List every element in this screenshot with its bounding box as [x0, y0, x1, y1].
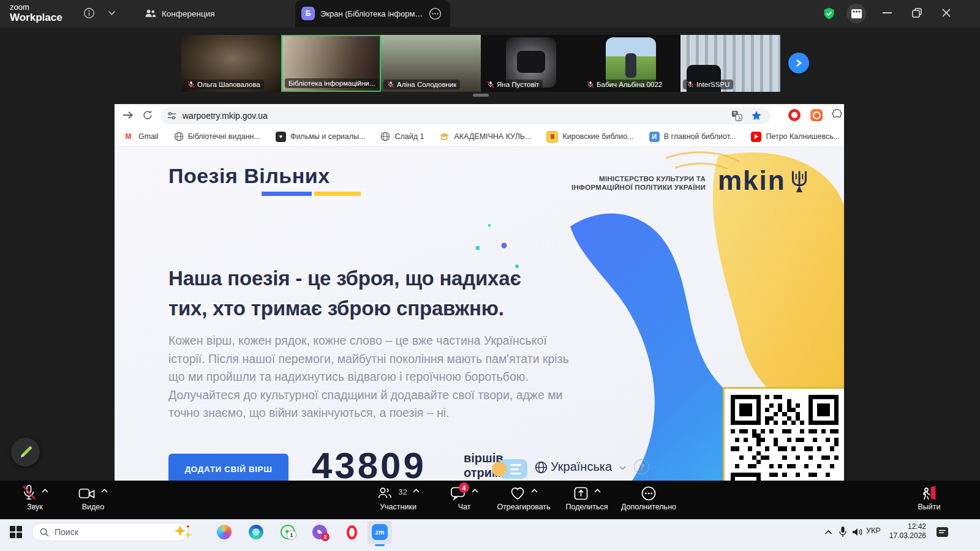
chat-unread-badge: 4 [459, 482, 469, 493]
notification-center-icon[interactable] [933, 523, 951, 541]
participants-caret[interactable] [413, 489, 420, 493]
strip-drag-handle[interactable] [473, 94, 489, 97]
reload-icon[interactable] [142, 110, 153, 121]
participant-name-pill: Аліна Солодовник [383, 80, 460, 89]
minimize-button[interactable] [883, 12, 892, 14]
search-icon [40, 528, 49, 537]
tray-date: 17.03.2026 [887, 531, 926, 541]
tab-meeting[interactable]: Конференция [136, 0, 224, 27]
share-control[interactable]: Поделиться [559, 485, 615, 511]
search-placeholder: Поиск [55, 527, 78, 537]
participant-tile[interactable]: Ольга Шаповалова [181, 35, 281, 92]
chevron-down-icon[interactable] [108, 10, 116, 16]
participant-tile[interactable]: Аліна Солодовник [381, 35, 481, 92]
annotate-pencil-button[interactable] [11, 438, 40, 467]
react-caret[interactable] [531, 489, 538, 493]
audio-options-caret[interactable] [42, 489, 48, 493]
participant-tile[interactable]: Бабич Альбіна 0022 [581, 35, 680, 92]
info-icon[interactable] [83, 7, 95, 19]
participant-tile[interactable]: InterSSPU [680, 35, 780, 92]
help-button[interactable]: ? [634, 459, 649, 474]
qr-code [723, 387, 844, 481]
logo-underline-blue [262, 192, 312, 196]
video-options-caret[interactable] [101, 489, 108, 493]
translate-icon[interactable] [731, 110, 742, 121]
viber-icon[interactable]: 2 [311, 523, 328, 541]
chevron-right-icon [795, 59, 802, 67]
edge-browser-icon[interactable] [247, 523, 265, 541]
language-selector[interactable]: Українська [551, 460, 612, 474]
bookmark-item[interactable]: ♥ Фильмы и сериалы... [276, 132, 366, 142]
viber-badge: 2 [321, 533, 330, 541]
hero-paragraph: Кожен вірш, кожен рядок, кожне слово – ц… [168, 332, 582, 422]
language-caret-icon[interactable] [619, 466, 626, 470]
start-button[interactable] [7, 523, 24, 541]
share-screen-icon [573, 486, 589, 501]
globe-language-icon[interactable] [535, 461, 548, 474]
video-control[interactable]: Видео [69, 485, 118, 511]
chat-control[interactable]: 4 Чат [442, 485, 486, 511]
participant-tile[interactable]: Яна Пустовіт [481, 35, 581, 92]
zoom-app-icon[interactable]: zm [371, 523, 388, 541]
tray-language-indicator[interactable]: УКР [866, 527, 881, 535]
participants-control[interactable]: 32 Участники [368, 485, 429, 511]
next-participants-button[interactable] [788, 53, 809, 73]
whatsapp-icon[interactable]: 1 [279, 523, 296, 541]
bookmark-item[interactable]: АКАДЕМІЧНА КУЛЬ... [439, 132, 531, 141]
windows-taskbar: Поиск 1 2 zm УКР 12:42 17.03.202 [0, 519, 980, 551]
youtube-icon [751, 132, 761, 142]
add-poem-button[interactable]: ДОДАТИ СВІЙ ВІРШ [168, 454, 288, 481]
ministry-caption: МІНІСТЕРСТВО КУЛЬТУРИ ТА ІНФОРМАЦІЙНОЇ П… [503, 174, 706, 192]
address-bar[interactable]: warpoetry.mkip.gov.ua [160, 107, 771, 124]
opera-icon[interactable] [343, 523, 360, 541]
poems-counter: 43809 [312, 444, 426, 481]
restore-button[interactable] [912, 8, 922, 18]
warpoetry-webpage: Поезія Вільних МІНІСТЕРСТВО КУЛЬТУРИ ТА … [115, 147, 844, 481]
security-shield-icon [823, 7, 835, 20]
tab-screen-share[interactable]: Б Экран (Бібліотека інформаційні [295, 0, 450, 27]
workplace-logo-text: Workplace [10, 12, 62, 23]
participant-tile-active-speaker[interactable]: Бібліотека інформаційни... [281, 35, 381, 92]
participants-icon [377, 486, 393, 501]
mic-muted-icon [587, 81, 594, 88]
pencil-icon [18, 445, 33, 460]
more-control[interactable]: Дополнительно [615, 485, 682, 511]
leave-control[interactable]: Выйти [908, 485, 951, 511]
close-button[interactable] [942, 9, 951, 17]
forward-icon[interactable] [123, 110, 134, 120]
apps-grid-button[interactable] [846, 4, 866, 23]
audio-control[interactable]: Звук [11, 485, 59, 511]
bookmark-item[interactable]: Бібліотечні виданн... [174, 132, 260, 141]
graduation-cap-icon [439, 132, 450, 141]
participant-name-pill: Яна Пустовіт [483, 80, 543, 89]
bookmark-item[interactable]: И В главной библиот... [649, 132, 736, 142]
tray-volume-icon[interactable] [849, 523, 866, 541]
hero-heading: Наша поезія - це зброя, що надихає тих, … [168, 263, 521, 323]
extension-icon-orange[interactable] [810, 109, 823, 121]
extensions-puzzle-icon[interactable] [831, 109, 843, 121]
widgets-sparkle-icon[interactable] [170, 523, 197, 541]
bookmark-youtube[interactable]: Петро Калнишевсь... [751, 132, 840, 142]
react-control[interactable]: Отреагировать [490, 485, 557, 511]
participant-name-pill: Бібліотека інформаційни... [285, 78, 379, 88]
browser-toolbar: warpoetry.mkip.gov.ua [115, 104, 844, 127]
site-logo-text[interactable]: Поезія Вільних [168, 164, 330, 188]
bookmark-star-icon[interactable] [751, 110, 762, 121]
copilot-icon[interactable] [216, 523, 233, 541]
share-caret[interactable] [594, 489, 601, 493]
url-text[interactable]: warpoetry.mkip.gov.ua [183, 111, 268, 121]
bookmark-item[interactable]: Слайд 1 [380, 132, 424, 141]
active-app-indicator [375, 544, 385, 546]
participant-name-pill: InterSSPU [683, 80, 733, 89]
bookmark-gmail[interactable]: M Gmail [123, 131, 159, 143]
whatsapp-badge: 1 [287, 530, 296, 540]
taskbar-search[interactable]: Поиск [32, 523, 188, 541]
zoom-title-bar: zoom Workplace Конференция Б Экран (Бібл… [0, 0, 980, 27]
library-i-icon: И [649, 132, 660, 142]
more-options-icon[interactable] [429, 7, 442, 20]
site-settings-icon[interactable] [167, 111, 177, 121]
adblock-extension-icon[interactable] [788, 109, 801, 121]
tray-clock[interactable]: 12:42 17.03.2026 [887, 522, 926, 541]
chat-caret[interactable] [472, 489, 478, 493]
bookmark-item[interactable]: Кировские библио... [546, 131, 633, 143]
